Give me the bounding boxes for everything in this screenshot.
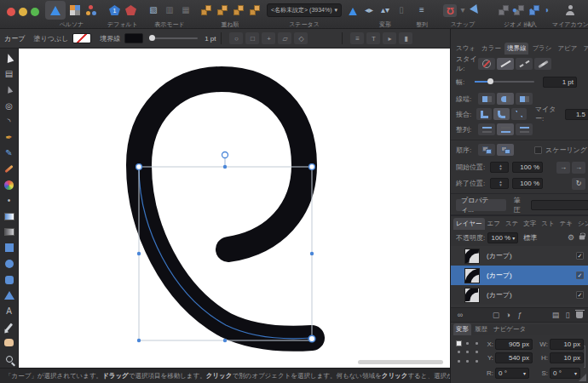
pixel-persona-button[interactable] xyxy=(68,4,82,17)
zoom-tool[interactable] xyxy=(1,351,18,367)
top-right-node-handle[interactable] xyxy=(309,164,315,170)
corner-tool[interactable]: ◝ xyxy=(1,113,18,129)
x-field[interactable]: 905 px xyxy=(495,339,533,350)
stroke-front-button[interactable] xyxy=(497,144,514,156)
spiral-curve-shape[interactable] xyxy=(139,79,312,339)
affinity-logo-button[interactable] xyxy=(346,5,360,18)
bottom-left-handle[interactable] xyxy=(137,339,141,342)
tab-history[interactable]: 履歴 xyxy=(472,323,490,335)
rounded-rectangle-tool[interactable] xyxy=(1,272,18,288)
flip-horizontal-button[interactable]: ◂▸ xyxy=(362,4,376,17)
revert-defaults-button[interactable] xyxy=(124,4,138,17)
slider-handle[interactable] xyxy=(149,35,155,41)
rotate-ccw-button[interactable]: ▯ xyxy=(395,4,408,17)
retina-view-button[interactable]: ▦ xyxy=(179,4,193,17)
move-forward-button[interactable] xyxy=(216,4,229,17)
start-style-dropdown[interactable]: ▲▼ xyxy=(490,162,509,173)
tab-swatches[interactable]: スウォ xyxy=(453,43,478,54)
new-group-icon[interactable]: ▯ xyxy=(562,309,574,321)
square-cap-button[interactable] xyxy=(516,93,533,105)
delete-layer-icon[interactable] xyxy=(574,309,585,321)
y-field[interactable]: 540 px xyxy=(495,352,533,363)
miter-value-field[interactable]: 1.5 xyxy=(565,109,588,120)
swap-arrowheads-button[interactable]: ↻ xyxy=(572,178,585,190)
snap-cursor-button[interactable] xyxy=(469,4,482,17)
hand-tool[interactable] xyxy=(1,335,18,352)
width-slider-handle[interactable] xyxy=(487,78,493,84)
stroke-brush-button[interactable] xyxy=(534,58,551,70)
ellipse-tool[interactable] xyxy=(1,256,18,272)
width-slider[interactable] xyxy=(475,81,534,83)
vector-view-button[interactable]: ▧ xyxy=(147,4,160,17)
tab-assets[interactable]: アセッ xyxy=(580,43,588,54)
move-to-back-button[interactable] xyxy=(248,4,262,17)
align-center-button[interactable] xyxy=(478,123,495,135)
tab-colour[interactable]: カラー xyxy=(479,43,504,54)
contour-tool[interactable]: ◎ xyxy=(1,98,18,114)
top-left-node-handle[interactable] xyxy=(136,164,142,170)
insert-inside-button[interactable]: ● xyxy=(508,4,522,17)
stroke-width-value[interactable]: 1 pt xyxy=(205,35,216,43)
alignment-button[interactable]: ≡ xyxy=(415,4,429,17)
new-layer-icon[interactable]: ▤ xyxy=(550,309,562,321)
designer-persona-button[interactable] xyxy=(45,1,66,20)
fx-icon[interactable]: ƒ xyxy=(514,309,526,321)
move-to-front-button[interactable] xyxy=(199,4,213,17)
tab-character[interactable]: 文字 xyxy=(521,218,539,230)
stroke-width-slider[interactable] xyxy=(150,37,198,39)
shape-tool[interactable] xyxy=(1,288,18,304)
layer-visibility-checkbox[interactable]: ✓ xyxy=(576,291,584,299)
mask-icon[interactable]: ▢ xyxy=(490,309,502,321)
opacity-field[interactable]: 100 % ▾ xyxy=(487,232,518,243)
link-icon[interactable]: ∞ xyxy=(454,309,466,321)
anchor-point-selector[interactable] xyxy=(458,342,478,363)
round-join-button[interactable] xyxy=(493,108,509,120)
stroke-dash-button[interactable] xyxy=(516,58,533,70)
start-arrowhead-button[interactable]: → xyxy=(556,162,570,174)
pencil-tool[interactable]: ✎ xyxy=(1,146,18,162)
play-option-button[interactable]: ▸ xyxy=(383,32,396,44)
layer-visibility-checkbox[interactable]: ✓ xyxy=(576,272,584,279)
miter-join-button[interactable] xyxy=(476,108,492,120)
align-text-button[interactable]: ≡ xyxy=(350,32,364,44)
my-account-button[interactable] xyxy=(563,4,577,17)
width-value-field[interactable]: 1 pt xyxy=(543,77,577,88)
align-inside-button[interactable] xyxy=(497,123,514,135)
style-tool[interactable]: • xyxy=(1,192,18,209)
snapping-toggle-button[interactable]: Ω xyxy=(443,4,457,17)
bar-option-button[interactable]: ▮ xyxy=(399,32,412,44)
align-outside-button[interactable] xyxy=(516,123,533,135)
document-canvas[interactable] xyxy=(19,49,450,368)
tab-brushes[interactable]: ブラシ xyxy=(529,43,554,54)
gear-icon[interactable]: ⚙ xyxy=(568,233,574,242)
window-resize-grip[interactable] xyxy=(579,374,586,381)
tab-stock[interactable]: スト xyxy=(539,218,556,230)
snapping-options-dropdown[interactable]: ▾ xyxy=(459,4,466,17)
rotate-option-button[interactable]: ○ xyxy=(229,32,243,44)
scaling-checkbox[interactable] xyxy=(534,146,542,154)
layer-row-selected[interactable]: (カーブ) ✓ xyxy=(451,266,588,285)
butt-cap-button[interactable] xyxy=(478,93,495,105)
bevel-join-button[interactable] xyxy=(511,108,527,120)
stroke-solid-button[interactable] xyxy=(497,58,514,70)
w-field[interactable]: 10 px xyxy=(550,339,584,350)
h-field[interactable]: 10 px xyxy=(550,352,584,363)
tab-transform[interactable]: 変形 xyxy=(453,323,471,335)
lasso-option-button[interactable]: ◇ xyxy=(294,32,308,44)
gradient-tool[interactable] xyxy=(1,209,18,225)
pixel-view-button[interactable]: ▥ xyxy=(163,4,176,17)
tab-effects[interactable]: エフ xyxy=(485,218,503,230)
export-persona-button[interactable] xyxy=(84,4,98,17)
eyedropper-tool[interactable] xyxy=(1,319,18,335)
move-tool[interactable] xyxy=(1,50,18,66)
bottom-center-handle[interactable] xyxy=(223,339,227,342)
text-option-button[interactable]: T xyxy=(366,32,380,44)
layer-visibility-checkbox[interactable]: ✓ xyxy=(576,252,584,260)
tab-appearance[interactable]: アピア xyxy=(555,43,579,54)
left-center-handle[interactable] xyxy=(137,252,141,255)
s-field[interactable]: 0 ° ▾ xyxy=(550,368,580,379)
start-scale-field[interactable]: 100 % xyxy=(512,162,543,173)
minimize-window-button[interactable] xyxy=(19,8,27,16)
stroke-none-button[interactable] xyxy=(478,58,495,70)
vector-brush-tool[interactable] xyxy=(1,161,18,177)
